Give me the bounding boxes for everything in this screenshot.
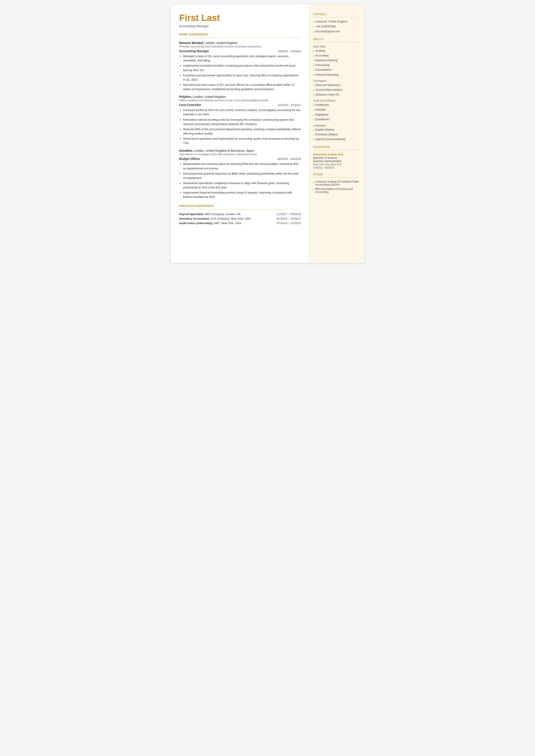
company-desc-2: Offers auditing and advisory services to… xyxy=(179,99,301,102)
bullet-list-3: Spearheaded cost reduction plans by redu… xyxy=(179,162,301,199)
company-desc-1: Provides accounting and consulting servi… xyxy=(179,45,301,48)
company-name-2: Polyhire, xyxy=(179,95,192,98)
edu-location: New York City, New York xyxy=(313,163,360,166)
skill-bullet-14: • xyxy=(313,128,314,132)
other-divider xyxy=(313,177,360,178)
prev-exp-left-2: Inventory Accountant, XYZ Company, New Y… xyxy=(179,217,251,220)
company-line-2: Polyhire, London, United Kingdom xyxy=(179,95,301,99)
prev-exp-row-1: Payroll Specialist, ABC Company, London,… xyxy=(179,212,301,216)
company-name-3: Growthsi, xyxy=(179,149,193,153)
edu-dates: 10/2011 - 06/2014 xyxy=(313,166,360,169)
skill-romanian: • Romanian (Native) xyxy=(313,133,360,137)
skills-label: SKILLS xyxy=(313,38,360,41)
job-role-2: Cost Controller xyxy=(179,103,201,107)
skill-bullet-3: • xyxy=(313,59,314,63)
job-role-3: Budget Officer xyxy=(179,157,200,160)
job-dates-3: 06/2018 – 09/2019 xyxy=(277,157,301,160)
bullet-3-4: Implemented financial forecasting proces… xyxy=(183,190,301,199)
skill-bullet-6: • xyxy=(313,73,314,77)
company-line-1: Resume Worded, London, United Kingdom xyxy=(179,41,301,45)
bullet-1-2: Implemented consistent workflow monitori… xyxy=(183,64,301,72)
skill-text-9: Sarbanes-Oxley Act xyxy=(315,93,339,96)
prev-role-bold-2: Inventory Accountant, xyxy=(179,217,210,220)
work-block-2: Polyhire, London, United Kingdom Offers … xyxy=(179,95,301,145)
job-dates-1: 08/2021 – Present xyxy=(278,49,301,53)
edu-school: University of New York xyxy=(313,153,360,156)
left-column: First Last Accounting Manager WORK EXPER… xyxy=(171,4,309,263)
skills-section: SKILLS Hard Skills: • Auditing • Account… xyxy=(313,38,360,142)
prev-exp-row-2: Inventory Accountant, XYZ Company, New Y… xyxy=(179,217,301,220)
skill-text-2: Accounting xyxy=(315,54,328,57)
right-column: CONTACT • Somerset, United Kingdom • +44… xyxy=(309,4,365,263)
prev-exp-dates-2: 01/2016 – 10/2017 xyxy=(277,217,301,220)
work-block-1: Resume Worded, London, United Kingdom Pr… xyxy=(179,41,301,91)
contact-bullet-1: • xyxy=(313,20,314,24)
skill-text-6: Financial Reporting xyxy=(315,73,339,76)
skill-text-4: Forecasting xyxy=(315,64,329,67)
skill-bullet-15: • xyxy=(313,133,314,137)
contact-item-2: • +44 1234567890 xyxy=(313,25,360,29)
skill-bullet-7: • xyxy=(313,84,314,88)
prev-exp-left-3: Audit Intern (Internship), ABC, New York… xyxy=(179,222,241,225)
bullet-3-1: Spearheaded cost reduction plans by redu… xyxy=(183,162,301,170)
contact-text-2: +44 1234567890 xyxy=(315,25,335,28)
prev-experience-divider xyxy=(179,209,301,210)
company-line-3: Growthsi, London, United Kingdom & Barce… xyxy=(179,149,301,153)
company-location-1: London, United Kingdom xyxy=(204,41,238,44)
other-item-1: • American Institute of Certified Public… xyxy=(313,180,360,186)
prev-role-bold-3: Audit Intern (Internship), xyxy=(179,222,213,225)
skill-text-11: NetSuite xyxy=(315,108,325,111)
skill-spanish: • Spanish (Conversational) xyxy=(313,138,360,142)
bullet-list-2: Increased profits by 83% via cost contro… xyxy=(179,108,301,145)
skill-bullet-5: • xyxy=(313,68,314,72)
skill-text-13: QuickBooks xyxy=(315,118,330,121)
skill-text-14: English (Native) xyxy=(315,128,334,131)
contact-item-3: • first.last@gmail.com xyxy=(313,30,360,34)
bullet-2-3: Reduced 40% of the procurement departmen… xyxy=(183,127,301,136)
skill-financial-reporting: • Financial Reporting xyxy=(313,73,360,77)
skill-bullet-16: • xyxy=(313,138,314,142)
prev-role-rest-1: ABC Company, London, UK xyxy=(204,212,241,216)
bullet-1-4: Recruited and built a team of 30+ accoun… xyxy=(183,83,301,91)
skill-bullet-8: • xyxy=(313,88,314,92)
job-dates-2: 10/2019 – 07/2021 xyxy=(277,103,301,107)
skill-bullet-13: • xyxy=(313,118,314,122)
skill-bullet-1: • xyxy=(313,49,314,53)
bullet-1-3: Examined and discovered opportunities to… xyxy=(183,73,301,82)
other-label: OTHER xyxy=(313,173,360,176)
education-section: EDUCATION University of New York Bachelo… xyxy=(313,146,360,169)
skill-english: • English (Native) xyxy=(313,128,360,132)
skill-forecasting: • Forecasting xyxy=(313,64,360,68)
skill-financial-statements: • Financial Statements xyxy=(313,84,360,88)
bullet-2-4: Streamlined operations and implemented a… xyxy=(183,137,301,145)
prev-exp-dates-1: 11/2017 – 05/2018 xyxy=(277,212,301,216)
skill-text-1: Auditing xyxy=(315,49,325,52)
bullet-list-1: Managed a team of 50+ junior accounting … xyxy=(179,54,301,91)
resume-container: First Last Accounting Manager WORK EXPER… xyxy=(171,4,365,263)
prev-exp-left-1: Payroll Specialist, ABC Company, London,… xyxy=(179,212,241,216)
languages-label: Languages: xyxy=(313,124,360,127)
skill-text-3: Business Planning xyxy=(315,59,337,62)
skill-business-planning: • Business Planning xyxy=(313,59,360,63)
prev-role-bold-1: Payroll Specialist, xyxy=(179,212,204,216)
other-item-2: • RW Association of Finance and Accounti… xyxy=(313,187,360,193)
skill-brightpearl: • Brightpearl xyxy=(313,113,360,117)
contact-bullet-3: • xyxy=(313,30,314,34)
bullet-2-1: Increased profits by 83% via cost contro… xyxy=(183,108,301,117)
work-experience-divider xyxy=(179,38,301,38)
name: First Last xyxy=(179,13,301,23)
skill-netsuite: • NetSuite xyxy=(313,108,360,112)
techniques-label: Techniques: xyxy=(313,79,360,82)
contact-divider xyxy=(313,17,360,17)
contact-bullet-2: • xyxy=(313,25,314,29)
skill-text-8: Account Reconciliation xyxy=(315,88,342,91)
job-row-1: Accounting Manager 08/2021 – Present xyxy=(179,49,301,53)
skill-bullet-4: • xyxy=(313,64,314,68)
prev-exp-dates-3: 07/2014 – 12/2015 xyxy=(277,222,301,225)
prev-exp-row-3: Audit Intern (Internship), ABC, New York… xyxy=(179,222,301,225)
skill-sarbanes: • Sarbanes-Oxley Act xyxy=(313,93,360,97)
other-bullet-2: • xyxy=(313,187,314,191)
other-text-2: RW Association of Finance and Accounting xyxy=(315,187,360,193)
company-name-1: Resume Worded, xyxy=(179,41,204,44)
skill-account-reconciliation: • Account Reconciliation xyxy=(313,88,360,92)
